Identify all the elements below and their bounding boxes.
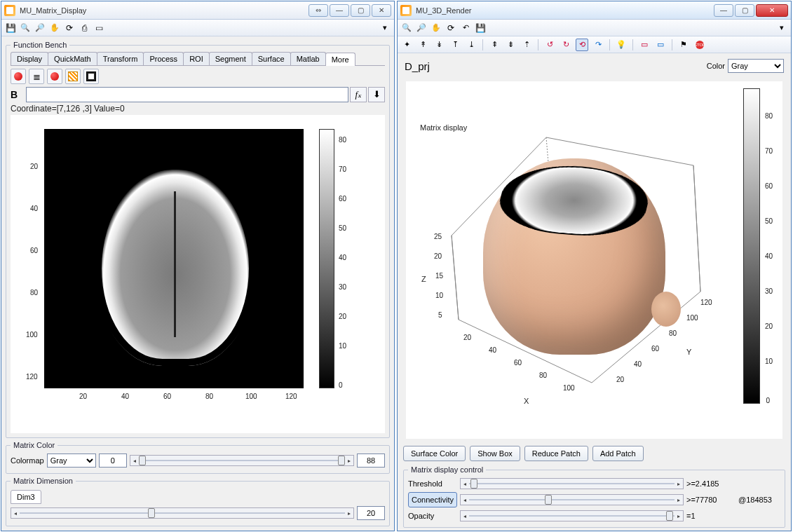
threshold-slider[interactable]: ◂▸ [460, 478, 684, 489]
formula-input[interactable] [26, 87, 348, 102]
tab-matlab[interactable]: Matlab [290, 52, 326, 65]
render-canvas[interactable]: Matrix display 25 20 15 10 5 Z 20 40 60 … [406, 81, 782, 439]
red-sphere-icon[interactable] [11, 69, 26, 84]
undo-icon[interactable]: ↶ [459, 22, 472, 34]
surface-color-button[interactable]: Surface Color [403, 446, 466, 461]
y-axis-label: Y [686, 348, 691, 356]
dimension-value-input[interactable] [357, 506, 385, 520]
ytick: 40 [30, 205, 38, 212]
minimize-button[interactable]: — [330, 4, 349, 17]
titlebar-right[interactable]: MU_3D_Render — ▢ ✕ [398, 1, 791, 20]
slice-plot[interactable]: 20 40 60 80 100 120 20 40 60 80 100 120 … [11, 115, 385, 433]
run-button[interactable]: ⬇ [368, 87, 385, 102]
bars-icon[interactable] [29, 69, 44, 84]
rotate-icon[interactable] [445, 22, 457, 34]
maximize-button[interactable]: ▢ [735, 4, 754, 17]
reduce-patch-button[interactable]: Reduce Patch [524, 446, 588, 461]
dim3-tab[interactable]: Dim3 [11, 490, 41, 504]
colormap-max-input[interactable] [357, 453, 385, 468]
tab-process[interactable]: Process [143, 52, 184, 65]
connectivity-button[interactable]: Connectivity [408, 492, 457, 507]
print-icon[interactable] [78, 22, 90, 34]
colormap-select[interactable]: Gray [47, 453, 96, 468]
film-icon[interactable] [83, 69, 99, 84]
tab-segment[interactable]: Segment [209, 52, 252, 65]
color-select[interactable]: Gray [728, 59, 784, 73]
axis3-icon[interactable]: ⤒ [449, 39, 461, 51]
tab-roi[interactable]: ROI [183, 52, 210, 65]
fx-button[interactable]: fₓ [350, 87, 367, 102]
xtick: 20 [463, 334, 471, 341]
doc-icon[interactable] [93, 22, 105, 34]
box1-icon[interactable]: ▭ [638, 39, 651, 51]
colorbar-3d [743, 88, 760, 404]
x-axis-label: X [524, 397, 529, 405]
axis1-icon[interactable]: ↟ [416, 39, 429, 51]
axis7-icon[interactable]: ⇡ [520, 39, 533, 51]
axis5-icon[interactable]: ⇞ [488, 39, 501, 51]
light-icon[interactable] [615, 39, 628, 51]
connectivity-extra: @184853 [738, 496, 780, 504]
xtick: 80 [205, 393, 213, 400]
connectivity-value: >=77780 [686, 496, 736, 504]
box2-icon[interactable]: ▭ [654, 39, 667, 51]
xtick: 80 [539, 371, 547, 379]
pan-icon[interactable] [48, 22, 61, 34]
axis6-icon[interactable]: ⇟ [504, 39, 517, 51]
colormap-slider[interactable]: ◂▸ [130, 455, 354, 466]
3d-render-window: MU_3D_Render — ▢ ✕ ↶ ▾ ✦ ↟ ↡ ⤒ ⤓ ⇞ ⇟ ⇡ ↺… [397, 1, 792, 531]
flag-icon[interactable]: ⚑ [677, 39, 690, 51]
ytick: 40 [634, 360, 642, 368]
cbtick3d: 10 [765, 357, 773, 365]
cbtick: 50 [339, 224, 346, 232]
tab-transform[interactable]: Transform [97, 52, 144, 65]
tab-surface[interactable]: Surface [252, 52, 291, 65]
zoom-in-icon[interactable] [400, 22, 413, 34]
red-sphere2-icon[interactable] [47, 69, 62, 84]
add-patch-button[interactable]: Add Patch [592, 446, 644, 461]
pan-icon[interactable] [430, 22, 442, 34]
ztick: 15 [435, 272, 443, 280]
ztick: 10 [435, 292, 443, 299]
axis2-icon[interactable]: ↡ [433, 39, 445, 51]
cbtick: 30 [339, 283, 346, 291]
rotate-icon[interactable] [63, 22, 76, 34]
ytick: 20 [30, 163, 38, 170]
cbtick: 60 [339, 195, 346, 203]
maximize-button[interactable]: ▢ [351, 4, 370, 17]
undock-button[interactable]: ⇔ [309, 4, 328, 17]
zoom-out-icon[interactable] [415, 22, 428, 34]
rot4-icon[interactable]: ↷ [592, 39, 604, 51]
color-label: Color [707, 62, 725, 70]
save-icon[interactable] [474, 22, 487, 34]
close-button[interactable]: ✕ [756, 4, 788, 17]
rot1-icon[interactable]: ↺ [543, 39, 556, 51]
ytick: 120 [700, 299, 712, 306]
minimize-button[interactable]: — [714, 4, 733, 17]
tab-quickmath[interactable]: QuickMath [48, 52, 97, 65]
save-icon[interactable] [4, 22, 17, 34]
tab-display[interactable]: Display [11, 52, 48, 65]
menu-chevron-icon[interactable]: ▾ [379, 22, 391, 34]
rot2-icon[interactable]: ↻ [560, 39, 572, 51]
menu-chevron-icon[interactable]: ▾ [775, 22, 788, 34]
tab-more[interactable]: More [325, 53, 355, 66]
colormap-min-input[interactable] [99, 453, 127, 468]
dimension-slider[interactable]: ◂▸ [11, 507, 354, 519]
zoom-in-icon[interactable] [19, 22, 32, 34]
zoom-out-icon[interactable] [34, 22, 46, 34]
render-title: D_prj [405, 60, 430, 72]
close-button[interactable]: ✕ [372, 4, 391, 17]
xtick: 40 [121, 393, 129, 400]
matrix-display-window: MU_Matrix_Display ⇔ — ▢ ✕ ▾ Function Ben… [1, 1, 395, 531]
stripes-icon[interactable] [65, 69, 81, 84]
toolbar-right-2: ✦ ↟ ↡ ⤒ ⤓ ⇞ ⇟ ⇡ ↺ ↻ ⟲ ↷ ▭ ▭ ⚑ STOP [398, 36, 791, 53]
show-box-button[interactable]: Show Box [470, 446, 520, 461]
stop-icon[interactable]: STOP [693, 39, 706, 51]
scatter-icon[interactable]: ✦ [400, 39, 413, 51]
connectivity-slider[interactable]: ◂▸ [460, 494, 684, 505]
opacity-slider[interactable]: ◂▸ [460, 510, 684, 521]
titlebar-left[interactable]: MU_Matrix_Display ⇔ — ▢ ✕ [1, 1, 394, 20]
rot3-icon[interactable]: ⟲ [576, 39, 588, 51]
axis4-icon[interactable]: ⤓ [465, 39, 477, 51]
